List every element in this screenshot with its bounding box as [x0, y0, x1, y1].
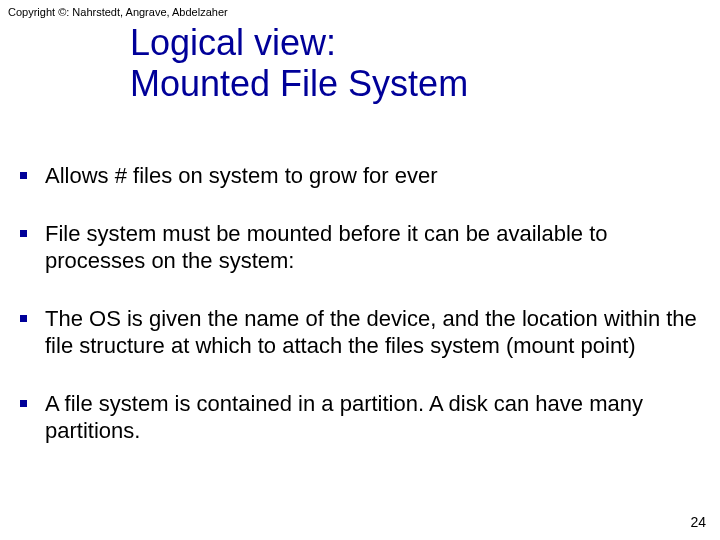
- list-item: The OS is given the name of the device, …: [20, 305, 710, 360]
- list-item: File system must be mounted before it ca…: [20, 220, 710, 275]
- bullet-icon: [20, 172, 27, 179]
- bullet-icon: [20, 400, 27, 407]
- bullet-list: Allows # files on system to grow for eve…: [20, 162, 710, 475]
- title-line-1: Logical view:: [130, 22, 468, 63]
- title-line-2: Mounted File System: [130, 63, 468, 104]
- list-item: A file system is contained in a partitio…: [20, 390, 710, 445]
- bullet-text: A file system is contained in a partitio…: [45, 390, 710, 445]
- list-item: Allows # files on system to grow for eve…: [20, 162, 710, 190]
- copyright-text: Copyright ©: Nahrstedt, Angrave, Abdelza…: [8, 6, 228, 18]
- bullet-text: Allows # files on system to grow for eve…: [45, 162, 437, 190]
- bullet-text: The OS is given the name of the device, …: [45, 305, 710, 360]
- bullet-icon: [20, 315, 27, 322]
- slide-title: Logical view: Mounted File System: [130, 22, 468, 105]
- bullet-icon: [20, 230, 27, 237]
- bullet-text: File system must be mounted before it ca…: [45, 220, 710, 275]
- page-number: 24: [690, 514, 706, 530]
